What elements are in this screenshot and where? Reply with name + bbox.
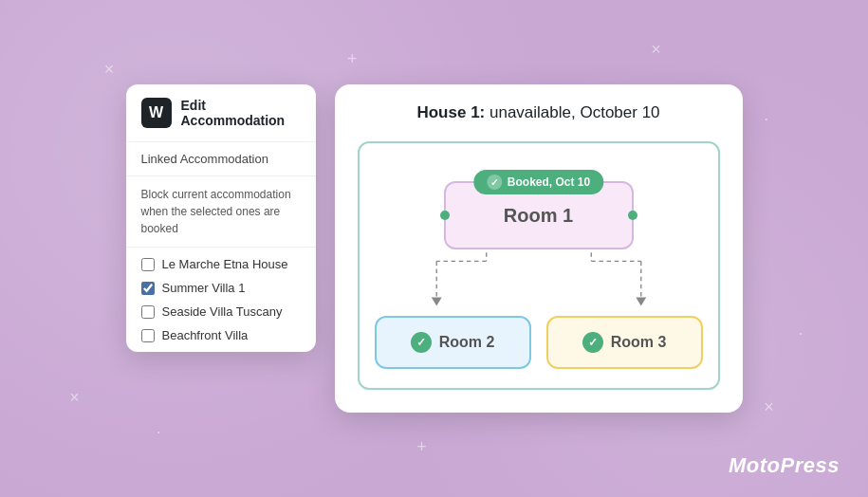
checkbox-label-3: Seaside Villa Tuscany (162, 304, 283, 319)
room1-container: ✓ Booked, Oct 10 Room 1 (375, 162, 703, 249)
diagram-title: House 1: unavailable, October 10 (358, 103, 720, 122)
checkbox-item-4[interactable]: Beachfront Villa (141, 328, 301, 342)
checkbox-item-3[interactable]: Seaside Villa Tuscany (141, 304, 301, 319)
checkbox-list: Le Marche Etna House Summer Villa 1 Seas… (126, 248, 316, 352)
wp-logo: W (141, 98, 172, 128)
deco-symbol: × (104, 60, 115, 80)
deco-symbol: · (157, 422, 161, 442)
room3-label: Room 3 (611, 334, 667, 351)
svg-marker-7 (636, 297, 646, 305)
booked-check-icon: ✓ (487, 175, 502, 190)
dot-room1-left (440, 211, 450, 220)
room1-label: Room 1 (504, 205, 573, 227)
room2-label: Room 2 (439, 334, 495, 351)
diagram-title-bold: House 1: (416, 103, 485, 121)
block-description: Block current accommodation when the sel… (126, 176, 316, 248)
checkbox-le-marche[interactable] (141, 258, 155, 271)
deco-symbol: × (651, 40, 661, 60)
checkbox-summer-villa[interactable] (141, 282, 155, 295)
arrows-svg (375, 249, 703, 316)
room3-box: ✓ Room 3 (546, 316, 703, 369)
deco-symbol: · (764, 109, 768, 129)
deco-symbol: × (69, 388, 80, 408)
room1-box: ✓ Booked, Oct 10 Room 1 (444, 181, 634, 249)
room2-check-icon: ✓ (411, 332, 432, 353)
room2-box: ✓ Room 2 (375, 316, 531, 369)
deco-symbol: + (416, 437, 427, 457)
dot-room1-right (628, 211, 637, 220)
checkbox-beachfront[interactable] (141, 329, 155, 342)
checkbox-label-4: Beachfront Villa (162, 328, 249, 342)
checkbox-item-1[interactable]: Le Marche Etna House (141, 257, 301, 271)
booked-badge: ✓ Booked, Oct 10 (473, 170, 603, 194)
room3-check-icon: ✓ (582, 332, 603, 353)
checkbox-label-2: Summer Villa 1 (162, 281, 246, 295)
panel-header: W Edit Accommodation (126, 84, 316, 142)
checkbox-item-2[interactable]: Summer Villa 1 (141, 281, 301, 295)
deco-symbol: × (764, 397, 774, 417)
motopress-brand: MotoPress (729, 453, 840, 478)
linked-accommodation-label: Linked Accommodation (126, 142, 316, 176)
right-panel: House 1: unavailable, October 10 ✓ Booke… (335, 84, 743, 413)
booked-badge-text: Booked, Oct 10 (508, 175, 590, 189)
sub-rooms-row: ✓ Room 2 ✓ Room 3 (375, 316, 703, 369)
deco-symbol: + (347, 49, 358, 69)
checkbox-seaside-villa[interactable] (141, 305, 155, 319)
svg-marker-3 (431, 297, 441, 305)
checkbox-label-1: Le Marche Etna House (162, 257, 288, 271)
deco-symbol: · (799, 323, 803, 343)
diagram-title-normal: unavailable, October 10 (485, 103, 659, 121)
diagram-area: ✓ Booked, Oct 10 Room 1 (358, 141, 720, 390)
left-panel: W Edit Accommodation Linked Accommodatio… (126, 84, 316, 352)
edit-accommodation-title: Edit Accommodation (181, 98, 301, 128)
main-container: W Edit Accommodation Linked Accommodatio… (126, 84, 743, 413)
